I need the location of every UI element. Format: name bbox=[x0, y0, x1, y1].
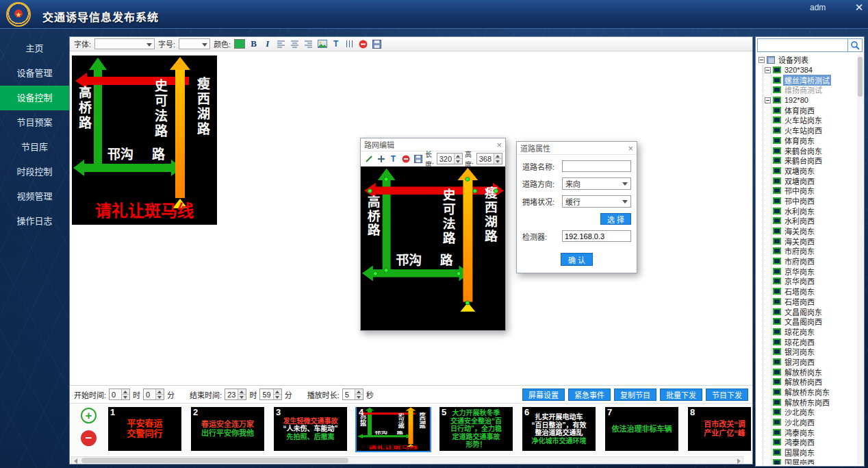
tree-device-item[interactable]: 琼花岗东 bbox=[773, 327, 856, 337]
sidebar-item-1[interactable]: 主页 bbox=[0, 36, 69, 61]
save-icon[interactable] bbox=[372, 38, 382, 49]
tree-device-item[interactable]: 石塔岗西 bbox=[773, 297, 856, 307]
tree-device-item[interactable]: 银河岗东 bbox=[773, 347, 856, 357]
text-tool-button[interactable]: T bbox=[331, 38, 341, 49]
tree-device-item[interactable]: 双塘岗西 bbox=[773, 175, 856, 186]
program-send-button[interactable]: 节目下发 bbox=[706, 389, 748, 401]
edit-handle[interactable] bbox=[465, 301, 470, 306]
bold-button[interactable]: B bbox=[248, 38, 259, 49]
program-thumbnail[interactable]: 2春运安全连万家出行平安你我他 bbox=[191, 407, 264, 451]
spinner-arrows-icon[interactable] bbox=[355, 389, 363, 399]
tree-device-item[interactable]: 双塘岗东 bbox=[773, 166, 856, 176]
tree-device-item[interactable]: 火车站岗东 bbox=[773, 115, 856, 125]
scroll-left-icon[interactable] bbox=[74, 458, 77, 464]
start-minute-spinner[interactable]: 0 bbox=[143, 389, 164, 400]
program-thumbnail[interactable]: 5大力开展秋冬季交通安全整治“百日行动”，全力稳定道路交通事故形势！ bbox=[439, 407, 513, 451]
tree-device-item[interactable]: 国展岗东 bbox=[773, 447, 856, 458]
sidebar-item-7[interactable]: 视频管理 bbox=[0, 184, 69, 209]
edit-handle[interactable] bbox=[384, 177, 389, 182]
screen-settings-button[interactable]: 屏幕设置 bbox=[522, 389, 565, 401]
start-hour-spinner[interactable]: 0 bbox=[109, 389, 130, 400]
vertical-scrollbar[interactable] bbox=[857, 55, 863, 465]
align-center-icon[interactable] bbox=[290, 38, 300, 49]
spinner-arrows-icon[interactable] bbox=[155, 389, 164, 399]
tree-root[interactable]: 设备列表 bbox=[758, 55, 856, 65]
delete-icon[interactable] bbox=[400, 153, 411, 164]
select-detector-button[interactable]: 选 择 bbox=[600, 213, 631, 225]
tree-device-item[interactable]: 火车站岗西 bbox=[773, 125, 856, 136]
align-right-icon[interactable] bbox=[303, 38, 314, 49]
font-size-select[interactable] bbox=[179, 38, 210, 49]
tree-device-item[interactable]: 解放桥东岗东 bbox=[773, 387, 856, 397]
sidebar-item-3[interactable]: 设备控制 bbox=[0, 86, 69, 110]
save-icon[interactable] bbox=[413, 153, 423, 164]
program-thumbnail[interactable]: 4高桥路史可法路瘦西湖路邗沟路请礼让斑马线 bbox=[357, 407, 430, 451]
road-name-input[interactable] bbox=[562, 160, 631, 172]
program-thumbnail[interactable]: 7依法治理非标车辆 bbox=[605, 407, 678, 451]
crosshair-icon[interactable] bbox=[376, 153, 386, 164]
tree-device-item[interactable]: 石塔岗东 bbox=[773, 286, 856, 297]
confirm-button[interactable]: 确 认 bbox=[561, 253, 593, 266]
tree-device-item[interactable]: 水利岗东 bbox=[773, 206, 856, 216]
align-left-icon[interactable] bbox=[276, 38, 286, 49]
delete-icon[interactable] bbox=[358, 38, 368, 49]
program-thumbnail[interactable]: 6扎实开展电动车“百日整治”，有效整治道路交通乱净化城市交通环境 bbox=[522, 407, 596, 451]
batch-send-button[interactable]: 批量下发 bbox=[660, 389, 702, 401]
spinner-arrows-icon[interactable] bbox=[238, 389, 246, 399]
search-icon[interactable] bbox=[848, 38, 863, 52]
tree-device-item[interactable]: 京华岗西 bbox=[773, 276, 856, 286]
draw-road-icon[interactable] bbox=[363, 153, 374, 164]
detector-input[interactable] bbox=[562, 230, 631, 242]
copy-program-button[interactable]: 复制节目 bbox=[614, 389, 656, 401]
screen-preview[interactable]: 高桥路史可法路瘦西湖路邗沟路请礼让斑马线 bbox=[72, 56, 217, 225]
color-swatch[interactable] bbox=[234, 39, 245, 49]
sidebar-item-4[interactable]: 节目预案 bbox=[0, 110, 69, 135]
tree-device-item[interactable]: 维扬商测试 bbox=[773, 85, 856, 95]
emergency-event-button[interactable]: 紧急事件 bbox=[568, 389, 611, 401]
road-direction-select[interactable]: 来向 bbox=[562, 177, 631, 190]
edit-handle[interactable] bbox=[384, 268, 389, 273]
tree-group[interactable]: 192*80 bbox=[765, 95, 856, 106]
edit-handle[interactable] bbox=[373, 271, 378, 276]
tree-device-item[interactable]: 螺丝湾桥测试 bbox=[773, 75, 856, 85]
tree-device-item[interactable]: 鸿泰岗东 bbox=[773, 427, 856, 437]
congestion-select[interactable]: 缓行 bbox=[562, 195, 631, 208]
horizontal-scrollbar[interactable] bbox=[71, 456, 743, 465]
sidebar-item-8[interactable]: 操作日志 bbox=[0, 209, 69, 234]
add-program-button[interactable]: + bbox=[81, 408, 97, 423]
tree-device-item[interactable]: 国展岗西 bbox=[773, 458, 856, 465]
tree-device-item[interactable]: 文昌阁岗东 bbox=[773, 306, 856, 317]
edit-handle[interactable] bbox=[472, 188, 477, 193]
edit-handle[interactable] bbox=[465, 177, 470, 182]
sidebar-item-6[interactable]: 时段控制 bbox=[0, 160, 69, 184]
close-icon[interactable]: × bbox=[628, 144, 633, 153]
italic-button[interactable]: I bbox=[262, 38, 272, 49]
expand-toggle-icon[interactable] bbox=[765, 67, 771, 73]
tree-device-item[interactable]: 邗中岗东 bbox=[773, 186, 856, 196]
tree-device-item[interactable]: 海关岗东 bbox=[773, 226, 856, 236]
expand-toggle-icon[interactable] bbox=[758, 57, 765, 63]
text-tool-icon[interactable]: T bbox=[388, 153, 398, 164]
tree-device-item[interactable]: 来鹤台岗西 bbox=[773, 156, 856, 166]
end-hour-spinner[interactable]: 23 bbox=[225, 389, 246, 400]
length-spinner[interactable]: 320 bbox=[437, 153, 463, 164]
tree-group[interactable]: 320*384 bbox=[765, 65, 856, 75]
scrollbar-thumb[interactable] bbox=[81, 458, 348, 463]
edit-handle[interactable] bbox=[457, 271, 461, 276]
road-network-diagram[interactable]: 高桥路史可法路瘦西湖路邗沟路 bbox=[361, 167, 505, 328]
device-search-input[interactable] bbox=[757, 38, 848, 52]
tree-device-item[interactable]: 海关岗西 bbox=[773, 236, 856, 246]
tree-device-item[interactable]: 来鹤台岗东 bbox=[773, 145, 856, 156]
tree-device-item[interactable]: 沙北岗西 bbox=[773, 417, 856, 428]
program-thumbnail[interactable]: 8百市改关“调产业广亿“峰 bbox=[688, 407, 751, 451]
tree-device-item[interactable]: 文昌阁岗西 bbox=[773, 317, 856, 327]
scrollbar-thumb[interactable] bbox=[858, 57, 863, 97]
user-name[interactable]: adm bbox=[810, 3, 826, 12]
spinner-arrows-icon[interactable] bbox=[494, 153, 502, 164]
tree-device-item[interactable]: 解放桥岗西 bbox=[773, 377, 856, 387]
program-thumbnail[interactable]: 3发生轻微交通事故“人未伤、车能动”先拍照、后撤离 bbox=[274, 407, 347, 451]
tree-device-item[interactable]: 沙北岗东 bbox=[773, 407, 856, 417]
spinner-arrows-icon[interactable] bbox=[454, 153, 462, 164]
tree-device-item[interactable]: 体育岗东 bbox=[773, 136, 856, 146]
edit-handle[interactable] bbox=[368, 188, 372, 193]
